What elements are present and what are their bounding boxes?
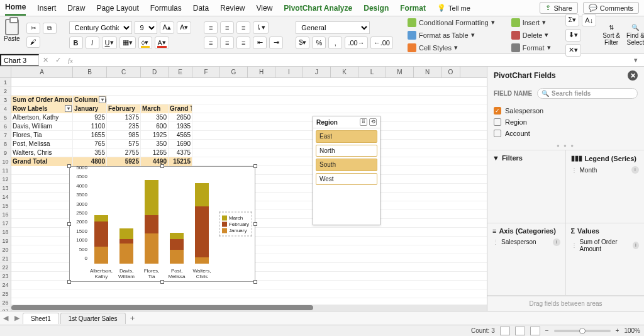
bar-segment[interactable] [119, 239, 133, 244]
checkbox[interactable] [494, 118, 501, 126]
tab-data[interactable]: Data [193, 4, 209, 13]
percent-button[interactable]: % [312, 36, 326, 49]
tab-format[interactable]: Format [400, 4, 426, 13]
row-header[interactable]: 20 [0, 245, 11, 254]
cell[interactable]: Grand Total [11, 157, 73, 166]
row-header[interactable]: 23 [0, 272, 11, 281]
autosum-button[interactable]: Σ▾ [565, 14, 580, 26]
cell[interactable]: 4375 [169, 148, 192, 157]
zone-filters[interactable]: ▼Filters [487, 150, 566, 223]
italic-button[interactable]: I [86, 36, 99, 49]
indent-dec-button[interactable]: ⇤ [253, 36, 267, 49]
tab-insert[interactable]: Insert [37, 4, 56, 13]
row-header[interactable]: 11 [0, 166, 11, 175]
filter-dropdown-icon[interactable]: ▾ [99, 96, 106, 103]
resize-handle[interactable] [67, 164, 71, 168]
row-header[interactable]: 1 [0, 78, 11, 87]
resize-handle[interactable] [253, 222, 257, 226]
col-header[interactable]: B [73, 67, 107, 78]
bar-segment[interactable] [94, 221, 108, 247]
row-header[interactable]: 15 [0, 201, 11, 210]
cell[interactable]: 235 [107, 122, 141, 131]
cell[interactable]: Davis, William [11, 122, 73, 131]
row-header[interactable]: 10 [0, 157, 11, 166]
cell[interactable]: Flores, Tia [11, 131, 73, 140]
resize-handle[interactable] [67, 280, 71, 284]
field-item[interactable]: ✓Salesperson [494, 105, 638, 116]
row-header[interactable]: 7 [0, 131, 11, 140]
resize-handle[interactable] [253, 164, 257, 168]
row-header[interactable]: 6 [0, 122, 11, 131]
row-header[interactable]: 8 [0, 140, 11, 148]
row-header[interactable]: 27 [0, 307, 11, 311]
resize-handle[interactable] [253, 280, 257, 284]
cell[interactable]: Albertson, Kathy [11, 113, 73, 122]
share-button[interactable]: ⇪Share [540, 2, 577, 14]
row-header[interactable]: 4 [0, 104, 11, 113]
copy-button[interactable]: ⧉ [43, 23, 57, 34]
cell[interactable]: Sum of Order Amount [11, 96, 73, 104]
format-as-table-button[interactable]: Format as Table ▾ [406, 30, 497, 40]
col-header[interactable]: G [220, 67, 248, 78]
cut-button[interactable]: ✂ [26, 23, 40, 34]
align-middle-button[interactable]: ≡ [220, 21, 234, 34]
align-center-button[interactable]: ≡ [220, 36, 234, 49]
row-header[interactable]: 26 [0, 298, 11, 307]
bar-stack[interactable] [170, 233, 184, 264]
slicer-item[interactable]: West [316, 173, 377, 185]
number-format-select[interactable]: General [296, 21, 370, 34]
cell[interactable]: 1925 [141, 131, 169, 140]
info-icon[interactable]: i [633, 242, 639, 249]
chart-plot-area[interactable] [89, 173, 214, 264]
field-list[interactable]: ✓SalespersonRegionAccount [487, 103, 644, 142]
cell[interactable]: 355 [73, 148, 107, 157]
slicer-item[interactable]: North [316, 145, 377, 157]
sheet-nav-prev[interactable]: ◀ [0, 314, 11, 322]
tab-draw[interactable]: Draw [67, 4, 85, 13]
cell[interactable]: January [73, 104, 107, 113]
zone-values[interactable]: ΣValues Sum of Order Amounti [566, 223, 645, 296]
zoom-slider[interactable] [554, 330, 611, 332]
row-header[interactable]: 5 [0, 113, 11, 122]
row-header[interactable]: 21 [0, 254, 11, 263]
cell[interactable]: 2755 [107, 148, 141, 157]
find-select-button[interactable]: 🔍Find & Select [626, 24, 644, 46]
tab-page-layout[interactable]: Page Layout [96, 4, 138, 13]
sheet-nav-next[interactable]: ▶ [11, 314, 23, 322]
page-break-view-button[interactable] [530, 327, 540, 335]
comma-button[interactable]: , [328, 36, 342, 49]
slicer-item[interactable]: South [316, 159, 377, 171]
zone-axis[interactable]: ≡Axis (Categories) Salespersoni [487, 223, 566, 296]
chart-legend[interactable]: MarchFebruaryJanuary [219, 212, 252, 237]
row-header[interactable]: 3 [0, 96, 11, 104]
cell[interactable]: 350 [141, 113, 169, 122]
legend-item[interactable]: February [222, 221, 249, 227]
horizontal-scrollbar[interactable] [11, 305, 487, 311]
align-bottom-button[interactable]: ≡ [236, 21, 250, 34]
cell[interactable]: 1100 [73, 122, 107, 131]
page-layout-view-button[interactable] [515, 327, 525, 335]
cell[interactable]: 925 [73, 113, 107, 122]
format-painter-button[interactable]: 🖌 [26, 36, 40, 48]
fx-button[interactable]: fx [64, 57, 77, 64]
search-fields-input[interactable]: 🔍Search fields [537, 88, 638, 99]
bar-segment[interactable] [94, 215, 108, 221]
row-header[interactable]: 16 [0, 210, 11, 219]
cell[interactable]: 350 [141, 140, 169, 148]
pane-divider[interactable]: ● ● ● [487, 142, 644, 150]
bar-stack[interactable] [145, 180, 158, 264]
paste-button[interactable]: Paste [4, 19, 20, 42]
bar-segment[interactable] [145, 233, 158, 264]
tab-pivotchart-analyze[interactable]: PivotChart Analyze [284, 4, 352, 13]
borders-button[interactable]: ▦▾ [119, 36, 136, 49]
delete-cells-button[interactable]: Delete ▾ [509, 30, 553, 40]
checkbox[interactable] [494, 130, 501, 137]
tab-home[interactable]: Home [5, 3, 26, 16]
bar-segment[interactable] [195, 257, 209, 264]
comments-button[interactable]: 💬Comments [583, 2, 639, 14]
insert-cells-button[interactable]: Insert ▾ [509, 18, 553, 28]
col-header[interactable]: J [303, 67, 331, 78]
align-top-button[interactable]: ≡ [204, 21, 218, 34]
cell[interactable]: Post, Melissa [11, 140, 73, 148]
tab-design[interactable]: Design [364, 4, 389, 13]
